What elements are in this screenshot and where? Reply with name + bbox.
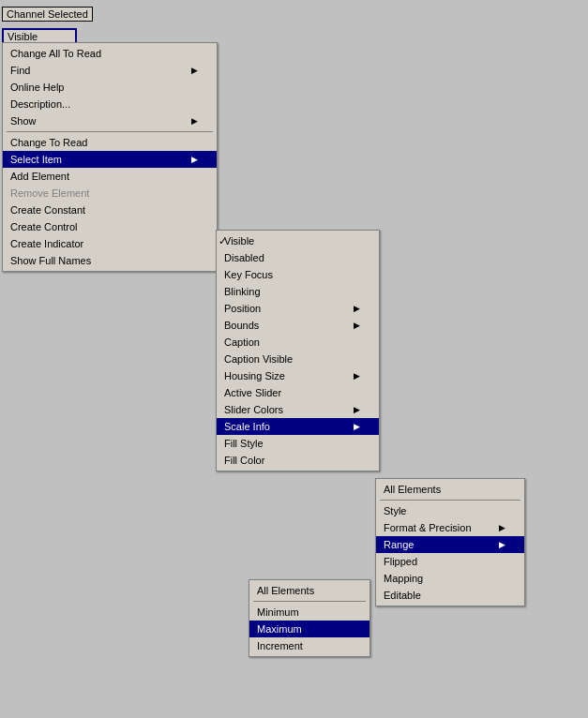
- menu-item-editable[interactable]: Editable: [376, 587, 524, 604]
- menu-item-label: Position: [224, 303, 261, 314]
- menu-item-label: Create Constant: [10, 204, 85, 216]
- context-menu-main: Change All To ReadFind▶Online HelpDescri…: [2, 42, 218, 272]
- menu-item-select-item[interactable]: Select Item▶: [3, 151, 217, 168]
- submenu-arrow-icon: ▶: [191, 155, 198, 164]
- check-icon: ✓: [219, 235, 227, 247]
- menu-item-create-control[interactable]: Create Control: [3, 218, 217, 235]
- menu-item-label: Change All To Read: [10, 48, 101, 59]
- menu-item-label: Description...: [10, 98, 70, 110]
- menu-item-label: Fill Style: [224, 438, 264, 449]
- menu-item-label: Show: [10, 115, 37, 127]
- submenu-arrow-icon: ▶: [191, 66, 198, 75]
- menu-item-position[interactable]: Position▶: [217, 300, 379, 317]
- menu-item-label: Slider Colors: [224, 404, 283, 415]
- menu-item-mapping[interactable]: Mapping: [376, 570, 524, 587]
- menu-item-label: Flipped: [384, 556, 417, 567]
- menu-item-style-3[interactable]: Style: [376, 502, 524, 519]
- menu-item-maximum[interactable]: Maximum: [249, 621, 369, 637]
- submenu-arrow-icon: ▶: [354, 405, 360, 414]
- menu-item-active-slider[interactable]: Active Slider: [217, 384, 379, 401]
- menu-item-label: Show Full Names: [10, 255, 91, 266]
- menu-item-label: Bounds: [224, 320, 259, 331]
- menu-item-scale-info[interactable]: Scale Info▶: [217, 418, 379, 435]
- menu-item-blinking[interactable]: Blinking: [217, 283, 379, 300]
- submenu-arrow-icon: ▶: [354, 371, 360, 381]
- menu-item-label: Remove Element: [10, 187, 89, 199]
- menu-item-label: Create Indicator: [10, 238, 83, 249]
- menu-item-label: Caption: [224, 337, 260, 348]
- submenu-arrow-icon: ▶: [354, 422, 360, 431]
- submenu-arrow-icon: ▶: [499, 540, 505, 549]
- menu-item-label: Editable: [384, 590, 421, 601]
- menu-item-online-help[interactable]: Online Help: [3, 79, 217, 96]
- menu-item-label: All Elements: [384, 484, 441, 495]
- menu-item-label: Change To Read: [10, 137, 87, 148]
- menu-item-caption[interactable]: Caption: [217, 334, 379, 351]
- menu-item-label: Fill Color: [224, 455, 264, 466]
- menu-item-caption-visible[interactable]: Caption Visible: [217, 351, 379, 367]
- menu-item-label: Range: [384, 539, 414, 550]
- menu-item-label: Select Item: [10, 154, 62, 165]
- menu-item-label: Find: [10, 65, 30, 76]
- menu-item-label: Format & Precision: [384, 522, 472, 533]
- menu-item-label: Create Control: [10, 221, 78, 232]
- scale-info-submenu: All ElementsStyleFormat & Precision▶Rang…: [375, 478, 525, 606]
- submenu-arrow-icon: ▶: [499, 523, 505, 532]
- menu-item-increment[interactable]: Increment: [249, 637, 369, 654]
- menu-item-all-elements-3[interactable]: All Elements: [376, 481, 524, 498]
- select-item-submenu: ✓VisibleDisabledKey FocusBlinkingPositio…: [216, 230, 380, 471]
- menu-item-change-to-read[interactable]: Change To Read: [3, 134, 217, 151]
- menu-item-label: All Elements: [257, 585, 314, 596]
- menu-item-label: Key Focus: [224, 269, 273, 280]
- menu-item-label: Housing Size: [224, 370, 285, 381]
- menu-item-label: Disabled: [224, 252, 264, 263]
- menu-item-label: Scale Info: [224, 421, 270, 432]
- menu-item-description[interactable]: Description...: [3, 96, 217, 112]
- menu-separator: [380, 500, 520, 501]
- menu-item-housing-size[interactable]: Housing Size▶: [217, 367, 379, 384]
- menu-item-show[interactable]: Show▶: [3, 112, 217, 129]
- menu-item-label: Caption Visible: [224, 353, 293, 365]
- menu-item-label: Add Element: [10, 171, 69, 182]
- menu-item-label: Mapping: [384, 573, 423, 584]
- menu-item-fill-color[interactable]: Fill Color: [217, 452, 379, 469]
- submenu-arrow-icon: ▶: [354, 321, 360, 330]
- menu-item-range[interactable]: Range▶: [376, 536, 524, 553]
- menu-item-label: Maximum: [257, 623, 302, 635]
- menu-item-label: Blinking: [224, 286, 261, 297]
- menu-item-find[interactable]: Find▶: [3, 62, 217, 79]
- menu-separator: [7, 131, 213, 132]
- channel-selected-label: Channel Selected: [2, 7, 93, 22]
- menu-item-remove-element: Remove Element: [3, 185, 217, 202]
- menu-item-change-all-read[interactable]: Change All To Read: [3, 45, 217, 62]
- menu-item-slider-colors[interactable]: Slider Colors▶: [217, 401, 379, 418]
- submenu-arrow-icon: ▶: [354, 304, 360, 313]
- menu-item-all-elements-5[interactable]: All Elements: [249, 582, 369, 599]
- menu-item-label: Minimum: [257, 606, 299, 618]
- menu-item-bounds[interactable]: Bounds▶: [217, 317, 379, 334]
- menu-item-create-constant[interactable]: Create Constant: [3, 202, 217, 218]
- menu-item-create-indicator[interactable]: Create Indicator: [3, 235, 217, 252]
- menu-item-label: Active Slider: [224, 387, 281, 398]
- menu-item-fill-style[interactable]: Fill Style: [217, 435, 379, 452]
- menu-item-flipped[interactable]: Flipped: [376, 553, 524, 570]
- menu-item-format-precision[interactable]: Format & Precision▶: [376, 519, 524, 536]
- menu-item-label: Visible: [224, 235, 254, 247]
- menu-item-minimum[interactable]: Minimum: [249, 604, 369, 621]
- menu-item-add-element[interactable]: Add Element: [3, 168, 217, 185]
- menu-item-label: Style: [384, 505, 406, 516]
- menu-separator: [253, 601, 366, 602]
- menu-item-show-full-names[interactable]: Show Full Names: [3, 252, 217, 269]
- menu-item-label: Online Help: [10, 82, 64, 93]
- menu-item-disabled[interactable]: Disabled: [217, 249, 379, 266]
- menu-item-key-focus[interactable]: Key Focus: [217, 266, 379, 283]
- submenu-arrow-icon: ▶: [191, 116, 198, 126]
- menu-item-visible[interactable]: ✓Visible: [217, 232, 379, 249]
- range-submenu: All ElementsMinimumMaximumIncrement: [249, 579, 370, 657]
- menu-item-label: Increment: [257, 640, 303, 651]
